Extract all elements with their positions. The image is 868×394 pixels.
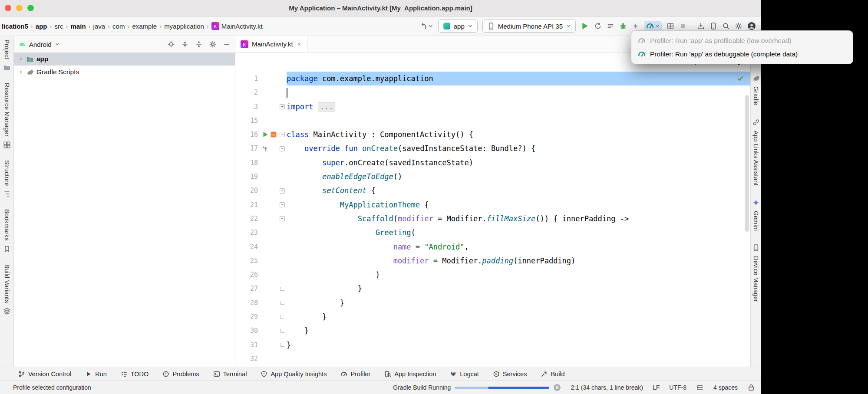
fold-toggle-icon[interactable]: − [280,202,285,207]
code-text[interactable]: setContent { [287,184,750,197]
code-text[interactable]: modifier = Modifier.padding(innerPadding… [287,254,750,268]
code-text[interactable]: } [287,310,750,324]
fold-end-icon[interactable] [281,343,284,347]
settings-button[interactable] [735,22,743,30]
toolwindow-button-todo[interactable]: TODO [121,371,149,378]
code-text[interactable]: enableEdgeToEdge() [287,170,750,184]
code-text[interactable]: class MainActivity : ComponentActivity()… [287,128,750,141]
sidebar-item-gradle[interactable]: Gradle [752,74,760,105]
code-text[interactable]: } [287,338,750,352]
coverage-button[interactable] [667,22,674,30]
run-button[interactable] [581,22,589,30]
code-line-28[interactable]: 28 } [235,296,750,310]
run-config-selector[interactable]: app [438,20,478,33]
fold-toggle-icon[interactable]: − [280,132,285,137]
toolwindow-button-profiler[interactable]: Profiler [340,371,370,378]
code-line-19[interactable]: 19 enableEdgeToEdge() [235,170,750,184]
code-line-30[interactable]: 30 } [235,324,750,338]
apply-changes-restart-button[interactable] [594,22,602,30]
code-text[interactable] [287,114,750,128]
code-text[interactable]: name = "Android", [287,240,750,254]
breadcrumb-app[interactable]: app [36,23,47,30]
breadcrumb-com[interactable]: com [112,23,125,30]
sidebar-item-resource-manager[interactable]: Resource Manager [3,83,11,149]
close-tab-icon[interactable] [297,42,302,47]
fold-end-icon[interactable] [281,329,284,333]
code-line-3[interactable]: 3+import ... [235,100,750,114]
code-line-15[interactable]: 15 [235,114,750,128]
chevron-down-icon[interactable] [428,23,433,29]
profiler-menu-item-profileable[interactable]: Profiler: Run 'app' as profileable (low … [631,34,853,47]
search-button[interactable] [722,22,730,30]
code-line-21[interactable]: 21− MyApplicationTheme { [235,198,750,212]
breadcrumb-src[interactable]: src [55,23,63,30]
sdk-manager-button[interactable] [697,22,705,30]
panel-settings-button[interactable] [209,40,217,48]
breadcrumb-mainactivity-kt[interactable]: MainActivity.kt [221,23,263,30]
code-line-18[interactable]: 18 super.onCreate(savedInstanceState) [235,156,750,170]
tree-item-app[interactable]: app [14,53,235,66]
code-text[interactable]: Scaffold(modifier = Modifier.fillMaxSize… [287,212,750,226]
chevron-down-icon[interactable] [55,42,60,47]
code-text[interactable]: package com.example.myapplication [287,72,750,85]
code-line-20[interactable]: 20− setContent { [235,184,750,197]
editor-tab-mainactivity[interactable]: K MainActivity.kt [235,36,307,52]
fold-end-icon[interactable] [281,301,284,305]
toolwindow-button-services[interactable]: Services [493,371,527,378]
toolwindow-button-terminal[interactable]: Terminal [213,371,247,378]
code-text[interactable]: super.onCreate(savedInstanceState) [287,156,750,170]
code-text[interactable] [287,352,750,366]
code-line-22[interactable]: 22− Scaffold(modifier = Modifier.fillMax… [235,212,750,226]
breadcrumb-example[interactable]: example [132,23,157,30]
code-text[interactable]: MyApplicationTheme { [287,198,750,212]
sidebar-item-device-manager[interactable]: Device Manager [752,244,760,302]
apply-code-changes-button[interactable] [632,22,640,30]
project-view-selector[interactable]: Android [29,41,52,48]
code-line-1[interactable]: 1package com.example.myapplication [235,72,750,85]
cancel-build-button[interactable] [553,384,561,391]
sidebar-item-gemini[interactable]: Gemini [752,199,760,231]
breadcrumb-java[interactable]: java [93,23,106,30]
code-line-32[interactable]: 32 [235,352,750,366]
fold-toggle-icon[interactable]: − [280,216,285,221]
indent-setting[interactable]: 4 spaces [713,384,738,391]
code-text[interactable]: } [287,282,750,296]
vcs-update-button[interactable] [419,22,427,30]
readonly-lock-icon[interactable] [747,384,755,391]
tree-item-gradle-scripts[interactable]: Gradle Scripts [14,66,235,79]
code-line-16[interactable]: 16<>−class MainActivity : ComponentActiv… [235,128,750,141]
profiler-button[interactable] [644,21,662,31]
toolwindow-button-problems[interactable]: Problems [162,371,199,378]
breadcrumb-myapplication[interactable]: myapplication [164,23,204,30]
hide-panel-button[interactable] [223,40,231,48]
device-selector[interactable]: Medium Phone API 35 [482,20,576,33]
editor-scrollbar[interactable] [745,95,749,232]
code-line-23[interactable]: 23 Greeting( [235,226,750,240]
toolwindow-button-run[interactable]: Run [85,371,107,378]
caret-position[interactable]: 2:1 (34 chars, 1 line break) [571,384,643,391]
fold-toggle-icon[interactable]: − [280,146,285,151]
toolwindow-button-app-inspection[interactable]: App Inspection [384,371,436,378]
collapse-all-button[interactable] [181,40,189,48]
avatar[interactable] [747,22,756,30]
kotlin-class-icon[interactable]: <> [270,131,277,138]
code-line-24[interactable]: 24 name = "Android", [235,240,750,254]
code-line-17[interactable]: 17− override fun onCreate(savedInstanceS… [235,141,750,155]
sidebar-item-build-variants[interactable]: Build Variants [3,264,11,315]
code-text[interactable]: import ... [287,100,750,114]
expand-all-button[interactable] [195,40,203,48]
code-text[interactable]: Greeting( [287,226,750,240]
code-line-2[interactable]: 2 [235,85,750,99]
sidebar-item-bookmarks[interactable]: Bookmarks [3,209,11,253]
code-text[interactable]: } [287,324,750,338]
breadcrumb-main[interactable]: main [71,23,86,30]
debug-button[interactable] [619,22,627,30]
locate-file-button[interactable] [167,40,175,48]
device-manager-button[interactable] [710,22,717,30]
fold-end-icon[interactable] [281,287,284,291]
code-text[interactable]: ) [287,268,750,282]
toolwindow-button-build[interactable]: Build [541,371,564,378]
code-line-25[interactable]: 25 modifier = Modifier.padding(innerPadd… [235,254,750,268]
fold-end-icon[interactable] [281,315,284,319]
code-text[interactable] [287,85,750,99]
